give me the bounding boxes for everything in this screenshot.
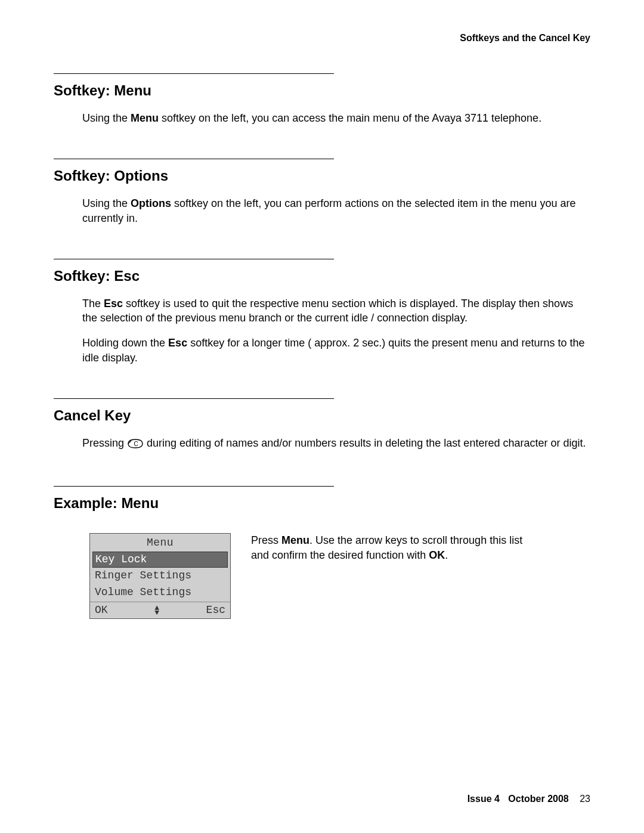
text: .	[445, 549, 448, 561]
section-rule	[54, 486, 334, 487]
heading-softkey-esc: Softkey: Esc	[54, 268, 590, 284]
text: Pressing	[82, 437, 127, 449]
body-cancel-key: Pressing C during editing of names and/o…	[82, 436, 590, 453]
example-text: Press Menu. Use the arrow keys to scroll…	[251, 533, 543, 562]
page: Softkeys and the Cancel Key Softkey: Men…	[0, 0, 644, 833]
bold: Esc	[168, 337, 187, 349]
bold: OK	[429, 549, 445, 561]
arrow-up-down-icon: ▲▼	[154, 606, 159, 614]
para: Pressing C during editing of names and/o…	[82, 436, 590, 453]
example-row: Menu Key Lock Ringer Settings Volume Set…	[89, 533, 590, 619]
text: Press	[251, 534, 281, 546]
para: Using the Options softkey on the left, y…	[82, 196, 590, 225]
text: Using the	[82, 112, 131, 124]
section-rule	[54, 398, 334, 399]
text: The	[82, 298, 104, 309]
phone-screen-item: Volume Settings	[90, 584, 230, 600]
softkey-right: Esc	[206, 603, 225, 617]
phone-screen-item: Ringer Settings	[90, 568, 230, 584]
text: Using the	[82, 197, 131, 209]
phone-screen-softbar: OK ▲▼ Esc	[90, 602, 230, 618]
text: during editing of names and/or numbers r…	[147, 437, 586, 449]
heading-softkey-menu: Softkey: Menu	[54, 82, 590, 99]
para: Holding down the Esc softkey for a longe…	[82, 336, 590, 365]
phone-screen-item-selected: Key Lock	[92, 552, 228, 568]
softkey-left: OK	[95, 603, 108, 617]
heading-cancel-key: Cancel Key	[54, 407, 590, 424]
text: Holding down the	[82, 337, 168, 349]
footer-issue: Issue 4	[467, 794, 500, 804]
heading-softkey-options: Softkey: Options	[54, 168, 590, 184]
footer-page-number: 23	[580, 794, 590, 804]
text: softkey on the left, you can access the …	[159, 112, 541, 124]
bold: Esc	[104, 298, 123, 309]
text: softkey is used to quit the respective m…	[82, 298, 573, 324]
body-softkey-options: Using the Options softkey on the left, y…	[82, 196, 590, 225]
bold: Options	[131, 197, 171, 209]
section-rule	[54, 73, 334, 74]
section-rule	[54, 159, 334, 159]
phone-screen-title: Menu	[90, 534, 230, 551]
para: The Esc softkey is used to quit the resp…	[82, 296, 590, 326]
svg-text:C: C	[134, 441, 138, 447]
body-softkey-menu: Using the Menu softkey on the left, you …	[82, 111, 590, 125]
footer-date: October 2008	[508, 794, 568, 804]
para: Using the Menu softkey on the left, you …	[82, 111, 590, 125]
section-rule	[54, 259, 334, 259]
running-head: Softkeys and the Cancel Key	[54, 33, 590, 44]
bold: Menu	[131, 112, 159, 124]
bold: Menu	[281, 534, 309, 546]
phone-screen: Menu Key Lock Ringer Settings Volume Set…	[89, 533, 231, 619]
page-footer: Issue 4 October 2008 23	[467, 794, 590, 804]
cancel-key-icon: C	[127, 438, 144, 453]
body-softkey-esc: The Esc softkey is used to quit the resp…	[82, 296, 590, 365]
heading-example-menu: Example: Menu	[54, 495, 590, 512]
